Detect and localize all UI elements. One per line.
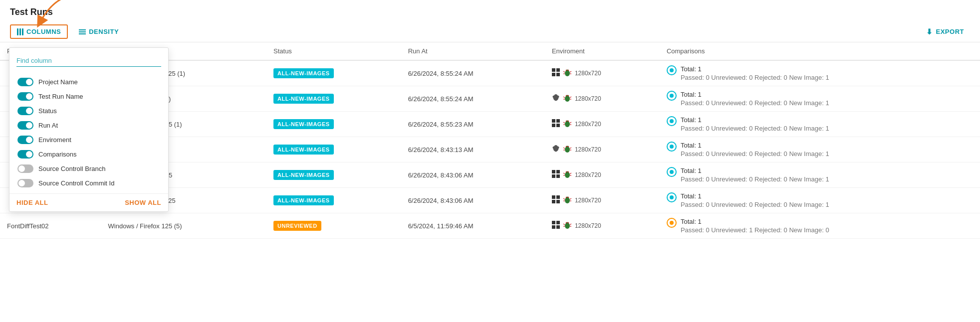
columns-icon bbox=[17, 28, 23, 35]
cell-run-at: 6/26/2024, 8:55:24 AM bbox=[401, 60, 545, 86]
toolbar: COLUMNS DENSITY ⬇ EXPORT Project NameTes… bbox=[0, 21, 980, 42]
svg-rect-43 bbox=[556, 174, 560, 178]
density-icon bbox=[79, 29, 86, 34]
toggle-comparisons[interactable] bbox=[17, 150, 33, 159]
cell-enviroment: 1280x720 bbox=[545, 188, 660, 213]
svg-rect-66 bbox=[552, 225, 555, 229]
cell-comparisons: Total: 1Passed: 0 Unreviewed: 0 Rejected… bbox=[660, 60, 980, 86]
cell-run-at: 6/5/2024, 11:59:46 AM bbox=[401, 213, 545, 239]
svg-rect-1 bbox=[556, 68, 560, 72]
page-title: Test Runs bbox=[0, 0, 980, 21]
cell-comparisons: Total: 1Passed: 0 Unreviewed: 1 Rejected… bbox=[660, 213, 980, 239]
col-item-test_run_name[interactable]: Test Run Name bbox=[9, 89, 168, 104]
col-label-source_control_branch: Source Controll Branch bbox=[38, 165, 105, 172]
export-button[interactable]: ⬇ EXPORT bbox=[920, 25, 970, 39]
comparison-icon bbox=[667, 142, 677, 152]
col-item-run_at[interactable]: Run At bbox=[9, 118, 168, 133]
svg-point-26 bbox=[566, 120, 567, 121]
toggle-run_at[interactable] bbox=[17, 121, 33, 130]
comparison-icon bbox=[667, 91, 677, 101]
cell-run-at: 6/26/2024, 8:55:23 AM bbox=[401, 112, 545, 137]
svg-rect-40 bbox=[552, 170, 555, 173]
status-badge: ALL-NEW-IMAGES bbox=[273, 119, 334, 129]
col-item-comparisons[interactable]: Comparisons bbox=[9, 147, 168, 161]
os-icon bbox=[552, 170, 560, 180]
svg-point-47 bbox=[568, 171, 569, 172]
toggle-test_run_name[interactable] bbox=[17, 92, 33, 101]
cell-run-at: 6/26/2024, 8:55:24 AM bbox=[401, 86, 545, 112]
svg-rect-41 bbox=[556, 170, 560, 173]
col-item-enviroment[interactable]: Enviroment bbox=[9, 133, 168, 147]
resolution-text: 1280x720 bbox=[575, 171, 601, 178]
columns-dropdown: Project NameTest Run NameStatusRun AtEnv… bbox=[9, 47, 169, 212]
cell-status: ALL-NEW-IMAGES bbox=[266, 188, 401, 213]
svg-point-34 bbox=[566, 146, 567, 147]
svg-rect-54 bbox=[552, 200, 555, 203]
os-icon bbox=[552, 119, 560, 129]
page-wrapper: Test Runs COLUMNS bbox=[0, 0, 980, 322]
cell-status: ALL-NEW-IMAGES bbox=[266, 86, 401, 112]
svg-point-27 bbox=[568, 120, 569, 121]
cell-run-at: 6/26/2024, 8:43:06 AM bbox=[401, 188, 545, 213]
cell-project-name: FontDiffTest02 bbox=[0, 213, 101, 239]
svg-rect-65 bbox=[556, 221, 560, 224]
density-button[interactable]: DENSITY bbox=[73, 25, 125, 38]
svg-rect-55 bbox=[556, 200, 560, 203]
resolution-text: 1280x720 bbox=[575, 222, 601, 229]
col-label-enviroment: Enviroment bbox=[38, 136, 71, 144]
col-label-project_name: Project Name bbox=[38, 78, 78, 86]
cell-comparisons: Total: 1Passed: 0 Unreviewed: 0 Rejected… bbox=[660, 188, 980, 213]
svg-point-59 bbox=[568, 196, 569, 197]
col-label-comparisons: Comparisons bbox=[38, 151, 77, 158]
comparison-icon bbox=[667, 167, 677, 177]
svg-rect-22 bbox=[552, 124, 555, 127]
col-item-status[interactable]: Status bbox=[9, 104, 168, 118]
comparison-text: Total: 1Passed: 0 Unreviewed: 0 Rejected… bbox=[681, 167, 829, 183]
cell-comparisons: Total: 1Passed: 0 Unreviewed: 0 Rejected… bbox=[660, 137, 980, 162]
svg-rect-20 bbox=[552, 119, 555, 123]
comparison-text: Total: 1Passed: 0 Unreviewed: 0 Rejected… bbox=[681, 116, 829, 132]
svg-point-6 bbox=[566, 69, 567, 70]
svg-line-74 bbox=[570, 224, 571, 225]
toggle-source_control_commit[interactable] bbox=[17, 179, 33, 187]
bug-icon bbox=[563, 68, 572, 79]
toggle-status[interactable] bbox=[17, 107, 33, 115]
svg-line-72 bbox=[563, 224, 565, 225]
cell-enviroment: 1280x720 bbox=[545, 137, 660, 162]
find-column-input[interactable] bbox=[16, 55, 161, 67]
col-label-run_at: Run At bbox=[38, 122, 58, 129]
svg-line-60 bbox=[563, 198, 565, 199]
os-icon bbox=[552, 221, 560, 231]
comparison-text: Total: 1Passed: 0 Unreviewed: 0 Rejected… bbox=[681, 142, 829, 158]
col-item-source_control_branch[interactable]: Source Controll Branch bbox=[9, 161, 168, 176]
svg-line-36 bbox=[563, 148, 565, 149]
col-label-status: Status bbox=[38, 107, 57, 115]
hide-all-button[interactable]: HIDE ALL bbox=[16, 199, 48, 206]
cell-status: ALL-NEW-IMAGES bbox=[266, 112, 401, 137]
cell-enviroment: 1280x720 bbox=[545, 162, 660, 188]
cell-enviroment: 1280x720 bbox=[545, 60, 660, 86]
col-label-test_run_name: Test Run Name bbox=[38, 93, 83, 100]
toggle-source_control_branch[interactable] bbox=[17, 164, 33, 173]
table-row[interactable]: FontDiffTest02Windows / Firefox 125 (5)U… bbox=[0, 213, 980, 239]
col-item-source_control_commit[interactable]: Source Controll Commit Id bbox=[9, 176, 168, 190]
columns-button[interactable]: COLUMNS bbox=[10, 24, 68, 39]
toggle-project_name[interactable] bbox=[17, 78, 33, 86]
show-all-button[interactable]: SHOW ALL bbox=[125, 199, 161, 206]
bug-icon bbox=[563, 119, 572, 130]
svg-point-15 bbox=[568, 95, 569, 96]
toggle-enviroment[interactable] bbox=[17, 136, 33, 144]
svg-rect-0 bbox=[552, 68, 555, 72]
svg-line-10 bbox=[570, 71, 571, 72]
svg-line-16 bbox=[563, 97, 565, 98]
bug-icon bbox=[563, 221, 572, 231]
os-icon bbox=[552, 94, 560, 104]
comparison-text: Total: 1Passed: 0 Unreviewed: 0 Rejected… bbox=[681, 192, 829, 208]
cell-comparisons: Total: 1Passed: 0 Unreviewed: 0 Rejected… bbox=[660, 86, 980, 112]
column-list: Project NameTest Run NameStatusRun AtEnv… bbox=[9, 72, 168, 193]
col-item-project_name[interactable]: Project Name bbox=[9, 75, 168, 89]
status-badge: ALL-NEW-IMAGES bbox=[273, 94, 334, 104]
svg-line-30 bbox=[570, 122, 571, 123]
bug-icon bbox=[563, 195, 572, 206]
status-badge: ALL-NEW-IMAGES bbox=[273, 195, 334, 205]
